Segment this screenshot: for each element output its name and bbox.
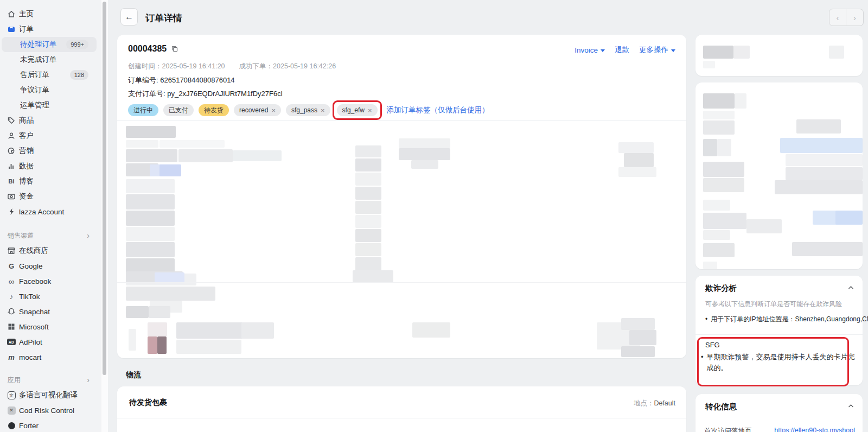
sidebar-item-dispute-orders[interactable]: 争议订单 [0,82,101,98]
redacted-block [624,153,654,167]
first-visit-link[interactable]: https://ellen90-stg.myshopl [774,427,855,432]
status-badge-to-ship: 待发货 [199,104,229,116]
sidebar-item-translate-app[interactable]: 文 多语言可视化翻译 [0,387,101,403]
order-id-row: 订单编号: 6265170844080876014 [128,75,235,85]
divider [695,334,863,335]
redacted-block [629,330,656,345]
sidebar-item-finance[interactable]: 资金 [0,189,101,204]
invoice-dropdown[interactable]: Invoice [575,46,605,54]
redacted-block [733,46,750,59]
annotation-highlight-box: sfg_efw× [333,100,382,120]
redacted-block [355,173,381,186]
sidebar-item-google[interactable]: G Google [0,258,101,274]
sidebar-item-forter[interactable]: Forter [0,418,101,432]
conversion-panel-title: 转化信息 [705,402,737,412]
redacted-block [703,230,730,240]
redacted-block [355,229,381,242]
bullet: • [705,315,707,323]
redacted-block [159,140,225,148]
sidebar-section-apps[interactable]: 应用 › [0,372,101,387]
redacted-block [148,322,167,336]
chevron-right-icon: › [87,376,90,384]
sidebar-item-label: Facebook [19,277,51,285]
sidebar: 主页 订单 待处理订单 999+ 未完成订单 售后订单 128 争议订单 运单管… [0,0,101,432]
order-tag-sfg-efw[interactable]: sfg_efw× [337,104,378,116]
close-icon[interactable]: × [368,106,372,115]
payment-id-row: 支付订单号: py_2xJ76EQDrAJlURt7M1fDy27F6cl [128,89,283,99]
sidebar-item-online-store[interactable]: 在线商店 [0,243,101,258]
sidebar-item-adpilot[interactable]: AD AdPilot [0,334,101,350]
redacted-block [621,318,655,330]
sidebar-scrollbar[interactable] [101,0,108,432]
redacted-content [695,35,863,76]
sfg-provider-label: SFG [705,341,720,349]
sidebar-item-orders[interactable]: 订单 [0,22,101,37]
fraud-analysis-panel: 欺诈分析 可参考以下信息判断订单是否可能存在欺诈风险 •用于下订单的IP地址位置… [695,276,863,385]
storefront-icon [7,246,16,255]
created-time: 2025-05-19 16:41:20 [162,62,225,70]
sidebar-item-label: Forter [19,422,39,430]
scrollbar-thumb[interactable] [103,2,106,375]
collapse-chevron-icon[interactable] [848,404,854,408]
close-icon[interactable]: × [321,106,325,115]
sidebar-item-pending-orders[interactable]: 待处理订单 999+ [2,37,97,52]
sidebar-item-customers[interactable]: 客户 [0,128,101,143]
sidebar-item-products[interactable]: 商品 [0,113,101,128]
collapse-chevron-icon[interactable] [848,285,854,290]
sidebar-item-aftersale-orders[interactable]: 售后订单 128 [0,67,101,82]
sidebar-item-label: 待处理订单 [20,40,57,49]
close-icon[interactable]: × [271,106,276,115]
redacted-block [126,126,176,138]
sidebar-item-label: 订单 [19,24,34,34]
redacted-block [355,201,381,214]
redacted-block [703,46,733,59]
sidebar-item-facebook[interactable]: ∞ Facebook [0,274,101,289]
order-tag-sfg-pass[interactable]: sfg_pass× [286,104,330,116]
redacted-block [786,154,863,166]
redacted-block [829,46,844,59]
next-order-button[interactable]: › [846,9,864,26]
copy-icon[interactable] [171,45,178,53]
refund-button[interactable]: 退款 [615,45,629,55]
sidebar-item-label: 多语言可视化翻译 [19,390,78,400]
redacted-block [129,329,136,351]
sidebar-item-incomplete-orders[interactable]: 未完成订单 [0,52,101,67]
redacted-block [703,93,735,109]
redacted-block [126,149,177,162]
redacted-block [126,194,175,209]
redacted-block [746,219,782,233]
redacted-block [399,138,450,148]
prev-order-button[interactable]: ‹ [829,9,846,26]
sidebar-item-mocart[interactable]: m mocart [0,350,101,365]
sidebar-item-waybill-management[interactable]: 运单管理 [0,98,101,113]
order-tag-recovered[interactable]: recovered× [234,104,281,116]
divider [117,120,686,121]
sidebar-item-marketing[interactable]: 营销 [0,143,101,158]
sidebar-item-blog[interactable]: Bi 博客 [0,174,101,189]
sidebar-item-cod-risk-control[interactable]: ✕ Cod Risk Control [0,403,101,418]
more-actions-dropdown[interactable]: 更多操作 [639,45,675,55]
redacted-block [157,336,167,354]
first-visit-row: 首次访问落地页 https://ellen90-stg.myshopl [704,427,855,432]
tag-icon [7,116,16,125]
redacted-block [703,139,717,156]
chevron-down-icon [601,49,605,52]
redacted-block [835,211,863,225]
sidebar-item-label: TikTok [19,293,40,301]
sidebar-item-microsoft[interactable]: Microsoft [0,319,101,334]
sidebar-item-lazza-account[interactable]: lazza Account [0,204,101,219]
sidebar-item-home[interactable]: 主页 [0,7,101,22]
sidebar-section-channels[interactable]: 销售渠道 › [0,228,101,243]
redacted-block [792,242,863,256]
logistics-section-title: 物流 [126,370,141,380]
sidebar-item-snapchat[interactable]: Snapchat [0,304,101,319]
sidebar-item-label: AdPilot [19,338,42,346]
back-button[interactable]: ← [120,8,138,26]
sidebar-item-analytics[interactable]: 数据 [0,158,101,174]
sidebar-item-label: lazza Account [19,208,64,216]
sidebar-item-tiktok[interactable]: ♪ TikTok [0,289,101,304]
redacted-block [353,270,393,282]
add-order-tag-link[interactable]: 添加订单标签（仅做后台使用） [387,105,489,115]
google-icon: G [7,262,16,270]
tiktok-icon: ♪ [7,292,16,301]
